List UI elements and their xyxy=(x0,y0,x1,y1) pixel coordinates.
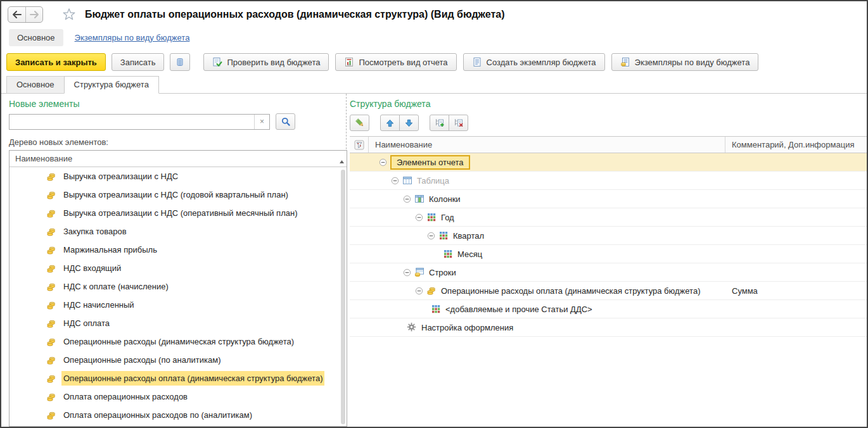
tree-item-label: НДС начисленный xyxy=(61,298,136,312)
budget-structure-panel: Структура бюджета xyxy=(349,94,867,427)
new-elements-title: Новые элементы xyxy=(9,99,343,109)
view-report-kind-label: Посмотреть вид отчета xyxy=(359,58,447,67)
structure-row[interactable]: Месяц xyxy=(350,245,867,263)
tree-item[interactable]: Операционные расходы оплата (динамическа… xyxy=(10,369,347,387)
save-button[interactable]: Записать xyxy=(112,53,165,71)
collapse-toggle-icon[interactable] xyxy=(427,232,435,240)
structure-row-comment-cell: Сумма xyxy=(725,286,867,296)
column-header-name[interactable]: Наименование xyxy=(369,137,725,153)
tree-item-label: Закупка товаров xyxy=(61,224,129,239)
structure-row-label: Настройка оформления xyxy=(421,323,513,332)
search-button[interactable] xyxy=(276,113,295,130)
coins-icon xyxy=(46,227,56,237)
structure-row-name-cell: Операционные расходы оплата (динамическа… xyxy=(350,286,725,296)
structure-row[interactable]: Таблица xyxy=(350,172,867,190)
list-column-header[interactable]: Наименование xyxy=(10,151,347,167)
nav-link-instances[interactable]: Экземпляры по виду бюджета xyxy=(75,33,190,42)
structure-row[interactable]: Элементы отчета xyxy=(350,153,867,172)
collapse-toggle-icon[interactable] xyxy=(391,177,399,185)
tree-item[interactable]: Операционные расходы (динамическая струк… xyxy=(10,332,347,351)
list-column-header-label: Наименование xyxy=(15,154,72,163)
check-budget-kind-button[interactable]: Проверить вид бюджета xyxy=(203,53,329,71)
check-document-icon xyxy=(212,57,222,67)
view-report-kind-button[interactable]: Посмотреть вид отчета xyxy=(335,53,456,71)
document-coins-icon xyxy=(620,57,630,67)
structure-row[interactable]: Год xyxy=(350,208,867,227)
filter-sort-icon xyxy=(354,140,364,150)
tree-item-label: Выручка отреализации с НДС (годовой квар… xyxy=(61,187,290,202)
forward-button[interactable] xyxy=(25,7,42,22)
collapse-toggle-icon[interactable] xyxy=(379,158,387,167)
check-budget-kind-label: Проверить вид бюджета xyxy=(227,58,320,67)
coins-icon xyxy=(46,355,56,365)
header-marker-cell[interactable] xyxy=(350,137,369,153)
tree-add-icon xyxy=(435,118,445,128)
columns-icon xyxy=(414,194,424,204)
structure-row[interactable]: Квартал xyxy=(350,227,867,245)
tree-item[interactable]: НДС к оплате (начисление) xyxy=(10,277,347,296)
favorite-star-icon[interactable] xyxy=(62,8,76,22)
search-input[interactable] xyxy=(10,115,254,129)
scrollbar-thumb[interactable] xyxy=(341,170,345,424)
save-and-close-button[interactable]: Записать и закрыть xyxy=(6,53,106,71)
instances-by-kind-button[interactable]: Экземпляры по виду бюджета xyxy=(611,53,759,71)
structure-row-name-cell: Настройка оформления xyxy=(350,322,725,332)
column-header-comment[interactable]: Комментарий, Доп.информация xyxy=(725,137,867,153)
move-up-button[interactable] xyxy=(380,115,400,131)
pencil-icon xyxy=(355,118,365,128)
coins-icon xyxy=(426,286,437,296)
structure-row[interactable]: Строки xyxy=(350,263,867,282)
tree-item[interactable]: Закупка товаров xyxy=(10,222,347,241)
more-actions-button[interactable] xyxy=(170,53,190,71)
list-icon xyxy=(175,57,185,67)
structure-row-label: Таблица xyxy=(417,176,449,186)
tree-item-label: НДС к оплате (начисление) xyxy=(61,279,170,294)
tab-budget-structure[interactable]: Структура бюджета xyxy=(64,76,159,94)
nav-item-main[interactable]: Основное xyxy=(9,29,63,46)
tree-item[interactable]: Выручка отреализации с НДС (оперативный … xyxy=(10,204,347,222)
tree-item[interactable]: НДС оплата xyxy=(10,314,347,332)
structure-row[interactable]: Настройка оформления xyxy=(350,318,867,337)
collapse-toggle-icon[interactable] xyxy=(403,268,411,277)
titlebar: Бюджет оплаты операционных расходов (дин… xyxy=(1,1,867,27)
add-tree-item-button[interactable] xyxy=(430,115,449,131)
document-icon xyxy=(472,57,482,67)
structure-row[interactable]: Операционные расходы оплата (динамическа… xyxy=(350,282,867,300)
structure-row[interactable]: Колонки xyxy=(350,190,867,208)
search-icon xyxy=(281,116,291,127)
structure-row[interactable]: <добавляемые и прочие Статьи ДДС> xyxy=(350,300,867,318)
collapse-toggle-icon[interactable] xyxy=(415,287,423,295)
tree-item[interactable]: Выручка отреализации с НДС (годовой квар… xyxy=(10,186,347,204)
tree-delete-icon xyxy=(454,118,464,128)
tree-item-label: Операционные расходы (динамическая струк… xyxy=(61,334,296,349)
gear-icon xyxy=(407,322,417,332)
structure-row-label: Месяц xyxy=(457,249,482,259)
tree-item[interactable]: Операционные расходы (по аналитикам) xyxy=(10,351,347,369)
tree-item-label: Маржинальная прибыль xyxy=(61,242,159,257)
tree-item[interactable]: Маржинальная прибыль xyxy=(10,241,347,259)
tree-edit-group xyxy=(430,115,468,131)
tree-item[interactable]: НДС входящий xyxy=(10,259,347,277)
collapse-toggle-icon[interactable] xyxy=(415,213,423,222)
form-tabs: Основное Структура бюджета xyxy=(1,76,867,94)
tree-item-label: НДС оплата xyxy=(61,316,112,330)
back-button[interactable] xyxy=(8,7,25,22)
tree-item[interactable]: Выручка отреализации с НДС xyxy=(10,167,347,186)
tree-item[interactable]: НДС начисленный xyxy=(10,296,347,314)
move-down-button[interactable] xyxy=(399,115,419,131)
grid-icon xyxy=(438,230,449,241)
tree-item[interactable]: Оплата операционных расходов по (аналити… xyxy=(10,406,347,424)
collapse-toggle-icon[interactable] xyxy=(403,195,411,203)
structure-row-name-cell: Таблица xyxy=(350,175,725,186)
scroll-up-icon[interactable] xyxy=(339,156,345,166)
clear-search-icon[interactable]: × xyxy=(254,115,269,129)
grid-icon xyxy=(431,304,441,314)
delete-tree-item-button[interactable] xyxy=(449,115,468,131)
tab-main[interactable]: Основное xyxy=(6,76,65,94)
budget-structure-table: Наименование Комментарий, Доп.информация… xyxy=(350,136,867,427)
create-budget-instance-button[interactable]: Создать экземпляр бюджета xyxy=(463,53,605,71)
coins-icon xyxy=(46,337,56,347)
edit-button[interactable] xyxy=(350,115,369,131)
create-budget-instance-label: Создать экземпляр бюджета xyxy=(487,58,596,67)
tree-item[interactable]: Оплата операционных расходов xyxy=(10,387,347,406)
